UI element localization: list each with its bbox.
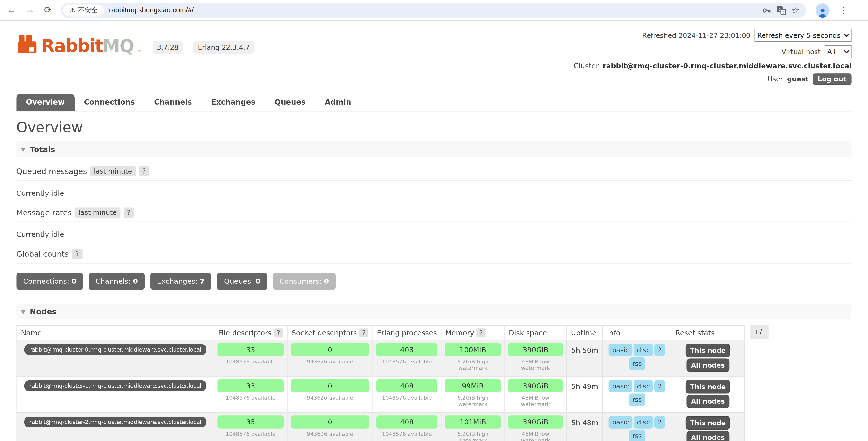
consumers-count-value: 0 [324, 277, 329, 286]
user-label: User [768, 75, 783, 83]
memory-watermark: 6.2GiB high watermark [445, 431, 501, 441]
socket-help-icon[interactable]: ? [359, 328, 368, 337]
vhost-label: Virtual host [781, 48, 820, 56]
password-key-icon[interactable] [762, 5, 772, 15]
message-rates-label: Message rates [16, 208, 72, 217]
tab-overview[interactable]: Overview [16, 94, 74, 111]
erlang-value: 408 [376, 343, 438, 356]
fd-help-icon[interactable]: ? [274, 328, 283, 337]
masthead: RabbitMQ ™ 3.7.28 Erlang 22.3.4.7 Refres… [16, 29, 851, 88]
info-tag-disc: disc [633, 380, 653, 392]
channels-count-value: 0 [133, 277, 138, 286]
user-name: guest [787, 75, 809, 83]
queued-messages-label: Queued messages [16, 167, 87, 176]
warning-icon: ⚠ [70, 6, 75, 14]
screen: ← → ⟳ ⚠ 不安全 rabbitmq.shengxiao.com/#/ G [0, 0, 868, 441]
reset-all-nodes-button[interactable]: All nodes [686, 358, 729, 372]
col-socket-descriptors: Socket descriptors? [287, 325, 373, 340]
version-badge: 3.7.28 [152, 41, 183, 54]
erlang-value: 408 [376, 379, 438, 392]
vhost-select[interactable]: All [825, 45, 852, 58]
fd-available: 1048576 available [217, 394, 284, 401]
security-chip[interactable]: ⚠ 不安全 [63, 4, 104, 16]
reset-this-node-button[interactable]: This node [685, 416, 730, 430]
erlang-available: 1048576 available [376, 431, 438, 437]
reset-all-nodes-button[interactable]: All nodes [686, 431, 729, 441]
browser-menu-icon[interactable]: ⋮ [839, 5, 848, 15]
queues-count-badge: Queues: 0 [217, 272, 267, 290]
section-totals-header[interactable]: ▼ Totals [16, 141, 851, 157]
consumers-count-badge: Consumers: 0 [273, 272, 336, 290]
info-tag-basic: basic [609, 380, 632, 392]
translate-icon[interactable]: G 文 [776, 5, 786, 15]
info-tag-2: 2 [654, 380, 665, 392]
col-file-descriptors: File descriptors? [214, 325, 287, 340]
node-row-2: rabbit@rmq-cluster-2.rmq-cluster.middlew… [17, 412, 745, 441]
tab-admin[interactable]: Admin [315, 94, 361, 111]
section-nodes-header[interactable]: ▼ Nodes [16, 304, 851, 319]
memory-help-icon[interactable]: ? [476, 328, 486, 337]
info-tag-disc: disc [633, 344, 653, 356]
node-name-link[interactable]: rabbit@rmq-cluster-2.rmq-cluster.middlew… [24, 417, 207, 428]
profile-avatar[interactable] [816, 3, 830, 17]
logo-text: RabbitMQ [41, 37, 134, 55]
socket-value: 0 [291, 343, 369, 356]
rates-help-icon[interactable]: ? [124, 207, 134, 217]
section-totals-title: Totals [30, 145, 55, 154]
bookmark-star-icon[interactable]: ☆ [791, 5, 799, 16]
fd-value: 33 [217, 343, 284, 356]
node-row-1: rabbit@rmq-cluster-1.rmq-cluster.middlew… [17, 376, 745, 413]
uptime-value: 5h 49m [571, 379, 598, 391]
rabbitmq-page: RabbitMQ ™ 3.7.28 Erlang 22.3.4.7 Refres… [0, 21, 868, 441]
socket-available: 943626 available [291, 431, 369, 437]
reset-this-node-button[interactable]: This node [685, 344, 730, 357]
collapse-triangle-icon: ▼ [21, 146, 25, 152]
erlang-value: 408 [376, 415, 438, 429]
status-block: Refreshed 2024-11-27 23:01:00 Refresh ev… [574, 29, 852, 88]
nodes-header-row: Name File descriptors? Socket descriptor… [17, 325, 745, 340]
channels-count-label: Channels: [95, 277, 130, 286]
global-counts-help-icon[interactable]: ? [72, 249, 82, 259]
col-info: Info [603, 325, 671, 340]
tab-exchanges[interactable]: Exchanges [202, 94, 265, 111]
rabbitmq-logo[interactable]: RabbitMQ ™ 3.7.28 Erlang 22.3.4.7 [16, 29, 254, 55]
reset-all-nodes-button[interactable]: All nodes [686, 394, 729, 408]
disk-watermark: 48MiB low watermark [508, 358, 563, 371]
refresh-interval-select[interactable]: Refresh every 5 seconds [754, 29, 852, 42]
col-socket-label: Socket descriptors [291, 328, 357, 337]
logout-button[interactable]: Log out [813, 74, 852, 85]
queued-period-tag[interactable]: last minute [90, 166, 135, 176]
message-rates-heading: Message rates last minute ? [16, 207, 851, 222]
erlang-available: 1048576 available [376, 394, 438, 401]
node-name-link[interactable]: rabbit@rmq-cluster-1.rmq-cluster.middlew… [24, 380, 207, 391]
memory-value: 99MiB [445, 379, 501, 392]
consumers-count-label: Consumers: [280, 277, 322, 286]
reset-this-node-button[interactable]: This node [685, 380, 730, 393]
tab-channels[interactable]: Channels [144, 94, 202, 111]
col-erlang-processes: Erlang processes [373, 325, 441, 340]
col-name: Name [17, 325, 214, 340]
uptime-value: 5h 50m [571, 343, 598, 355]
queued-help-icon[interactable]: ? [139, 166, 149, 176]
address-bar[interactable]: ⚠ 不安全 rabbitmq.shengxiao.com/#/ G 文 ☆ [61, 2, 806, 18]
channels-count-badge: Channels: 0 [89, 272, 145, 290]
node-name-link[interactable]: rabbit@rmq-cluster-0.rmq-cluster.middlew… [24, 344, 207, 355]
tab-connections[interactable]: Connections [74, 94, 145, 111]
rates-period-tag[interactable]: last minute [75, 207, 120, 217]
user-line: User guest Log out [574, 74, 852, 85]
column-toggle-button[interactable]: +/- [750, 325, 768, 339]
queues-count-value: 0 [255, 277, 260, 286]
reload-icon[interactable]: ⟳ [44, 6, 52, 14]
url-text[interactable]: rabbitmq.shengxiao.com/#/ [109, 6, 757, 14]
forward-icon[interactable]: → [26, 6, 34, 14]
logo-mq-text: MQ [102, 36, 134, 56]
queues-count-label: Queues: [224, 277, 253, 286]
connections-count-value: 0 [71, 277, 76, 286]
global-counts-heading: Global counts ? [16, 249, 851, 263]
fd-available: 1048576 available [217, 431, 284, 437]
disk-value: 390GiB [508, 379, 563, 392]
back-icon[interactable]: ← [7, 6, 16, 14]
tab-queues[interactable]: Queues [265, 94, 315, 111]
info-tag-rss: rss [629, 430, 645, 441]
fd-available: 1048576 available [217, 358, 284, 365]
